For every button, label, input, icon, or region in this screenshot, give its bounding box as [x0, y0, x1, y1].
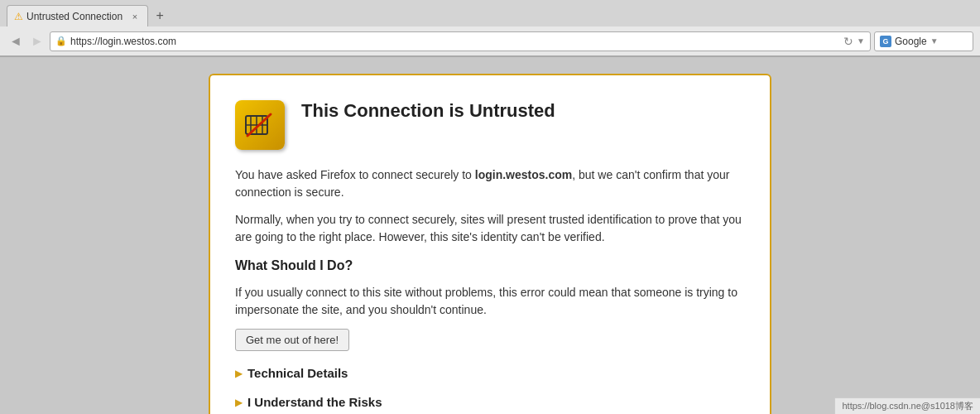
address-text: https://login.westos.com: [70, 36, 840, 47]
forward-button[interactable]: ►: [28, 32, 46, 51]
technical-details-arrow-icon: ▶: [235, 366, 243, 381]
google-icon: G: [880, 36, 891, 47]
error-header: This Connection is Untrusted: [235, 100, 745, 150]
status-bar-url: https://blog.csdn.ne@s1018博客: [834, 397, 980, 414]
dropdown-arrow-icon[interactable]: ▼: [857, 36, 865, 46]
paragraph-2: Normally, when you try to connect secure…: [235, 211, 745, 246]
paragraph-1-domain: login.westos.com: [475, 168, 572, 181]
error-title-section: This Connection is Untrusted: [301, 100, 555, 132]
new-tab-button[interactable]: +: [151, 7, 168, 24]
technical-details-disclosure[interactable]: ▶ Technical Details: [235, 364, 745, 383]
forward-icon: ►: [31, 34, 44, 49]
active-tab[interactable]: ⚠ Untrusted Connection ×: [7, 5, 148, 26]
error-card: This Connection is Untrusted You have as…: [209, 74, 771, 414]
tab-warning-icon: ⚠: [14, 11, 23, 22]
understand-risks-disclosure[interactable]: ▶ I Understand the Risks: [235, 393, 745, 412]
error-title: This Connection is Untrusted: [301, 100, 555, 122]
warning-icon-box: [235, 100, 285, 150]
page-content: This Connection is Untrusted You have as…: [0, 57, 980, 414]
paragraph-1-prefix: You have asked Firefox to connect secure…: [235, 168, 475, 181]
understand-risks-label: I Understand the Risks: [247, 393, 382, 412]
search-bar[interactable]: G Google ▼: [874, 31, 973, 51]
globe-slash-icon: [244, 109, 276, 141]
browser-chrome: ⚠ Untrusted Connection × + ◄ ► 🔒 https:/…: [0, 0, 980, 57]
lock-icon: 🔒: [55, 36, 67, 46]
address-bar[interactable]: 🔒 https://login.westos.com ↻ ▼: [50, 31, 871, 51]
back-button[interactable]: ◄: [7, 32, 25, 51]
tab-title: Untrusted Connection: [26, 11, 122, 22]
what-should-title: What Should I Do?: [235, 256, 745, 276]
error-body: You have asked Firefox to connect secure…: [235, 166, 745, 412]
paragraph-3: If you usually connect to this site with…: [235, 284, 745, 319]
refresh-icon[interactable]: ↻: [843, 35, 853, 48]
paragraph-1: You have asked Firefox to connect secure…: [235, 166, 745, 201]
nav-right-controls: G Google ▼: [874, 31, 973, 51]
tab-close-button[interactable]: ×: [129, 11, 141, 22]
understand-risks-arrow-icon: ▶: [235, 395, 243, 410]
get-me-out-button[interactable]: Get me out of here!: [235, 329, 349, 351]
technical-details-label: Technical Details: [247, 364, 348, 383]
nav-bar: ◄ ► 🔒 https://login.westos.com ↻ ▼ G Goo…: [0, 26, 980, 56]
search-engine-label: Google: [895, 36, 927, 47]
tab-bar: ⚠ Untrusted Connection × +: [0, 0, 980, 26]
search-dropdown-icon[interactable]: ▼: [930, 36, 939, 46]
back-icon: ◄: [9, 34, 22, 49]
